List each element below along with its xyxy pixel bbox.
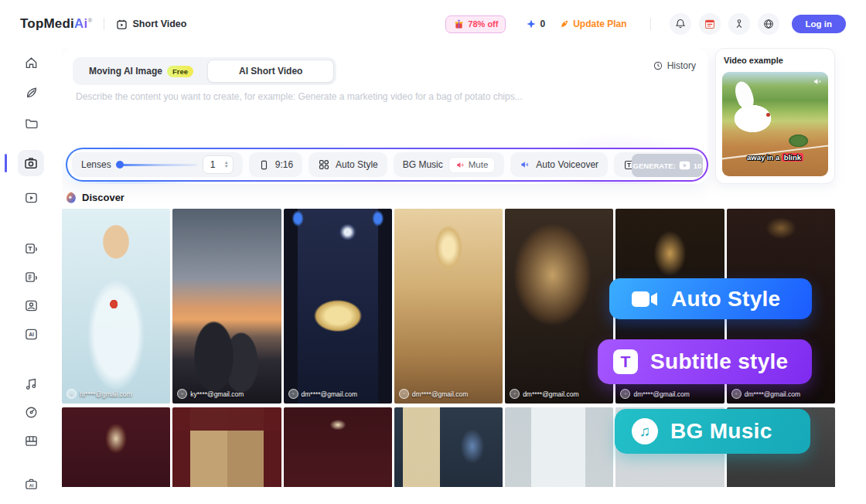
folder-icon[interactable] bbox=[19, 111, 43, 135]
sparkle-icon bbox=[526, 19, 537, 29]
app-label: Short Video bbox=[115, 18, 187, 31]
home-icon[interactable] bbox=[19, 51, 43, 74]
tab-moving-ai-image[interactable]: Moving AI Image Free bbox=[75, 60, 207, 83]
video-tile[interactable]: ◦ht****@gmail.com bbox=[62, 209, 170, 404]
auto-voiceover-button[interactable]: Auto Voiceover bbox=[510, 152, 608, 177]
avatar: ◦ bbox=[288, 389, 298, 399]
calendar-icon[interactable] bbox=[699, 13, 721, 35]
aspect-ratio-button[interactable]: 9:16 bbox=[249, 152, 302, 177]
avatar: ◦ bbox=[620, 389, 630, 399]
update-plan-link[interactable]: Update Plan bbox=[559, 19, 626, 29]
creator-email: ◦dm****@gmail.com bbox=[620, 389, 689, 399]
tab-ai-short-video[interactable]: AI Short Video bbox=[207, 60, 334, 83]
style-grid-icon bbox=[318, 158, 330, 171]
rabbit-figure bbox=[726, 99, 779, 138]
music-note-icon: ♫ bbox=[632, 418, 658, 444]
caption-highlight: blink bbox=[782, 153, 803, 162]
slider-knob[interactable] bbox=[116, 161, 124, 169]
short-video-icon bbox=[115, 18, 128, 31]
voiceover-speaker-icon bbox=[520, 159, 530, 170]
stepper-arrows-icon[interactable]: ▲▼ bbox=[224, 161, 229, 169]
lenses-control[interactable]: Lenses 1 ▲▼ bbox=[72, 152, 243, 177]
video-tile[interactable] bbox=[394, 407, 503, 487]
creator-email: ◦ht****@gmail.com bbox=[66, 389, 132, 399]
composer-card: Moving AI Image Free AI Short Video Hist… bbox=[62, 48, 708, 184]
subtitle-t-icon: T bbox=[613, 349, 638, 374]
avatar: ◦ bbox=[177, 389, 187, 399]
creator-email: ◦dm****@gmail.com bbox=[510, 389, 578, 399]
svg-text:AI: AI bbox=[29, 482, 33, 487]
divider bbox=[650, 18, 651, 30]
auto-style-button[interactable]: Auto Style bbox=[309, 152, 387, 177]
creator-email: ◦ky****@gmail.com bbox=[177, 389, 244, 399]
avatar: ◦ bbox=[731, 389, 742, 399]
video-tile[interactable] bbox=[505, 407, 613, 487]
discover-paint-icon bbox=[65, 191, 77, 203]
creator-email: ◦dm****@gmail.com bbox=[731, 389, 800, 399]
creator-email: ◦dm****@gmail.com bbox=[399, 389, 468, 399]
login-button[interactable]: Log in bbox=[792, 15, 847, 33]
affiliate-icon[interactable] bbox=[728, 13, 750, 35]
video-tile[interactable] bbox=[284, 407, 392, 487]
left-sidebar: AI AI bbox=[0, 48, 62, 504]
credits-counter[interactable]: 0 bbox=[526, 19, 545, 29]
music-icon[interactable] bbox=[19, 372, 43, 395]
logo-text: TopMedi bbox=[20, 16, 74, 32]
history-clock-icon bbox=[653, 60, 663, 71]
lenses-slider[interactable] bbox=[117, 164, 197, 166]
subtitle-style-callout: T Subtitle style bbox=[598, 339, 812, 384]
globe-icon[interactable] bbox=[758, 13, 779, 35]
brand-logo[interactable]: TopMediAi® bbox=[20, 16, 93, 32]
voiceover-icon[interactable] bbox=[19, 265, 43, 288]
video-example-title: Video example bbox=[724, 56, 834, 65]
rocket-icon bbox=[559, 19, 570, 29]
avatar: ◦ bbox=[66, 389, 77, 399]
top-bar: TopMediAi® Short Video 78% off 0 bbox=[0, 0, 866, 48]
video-example-player[interactable]: away in a blink bbox=[722, 72, 828, 176]
free-badge: Free bbox=[167, 66, 193, 77]
divider bbox=[104, 18, 104, 30]
prompt-input[interactable]: Describe the content you want to create,… bbox=[76, 91, 615, 102]
example-mute-icon[interactable] bbox=[813, 77, 823, 87]
gift-icon bbox=[453, 19, 465, 30]
video-credits-icon bbox=[679, 161, 690, 170]
ai-box-icon[interactable]: AI bbox=[19, 322, 43, 346]
avatar: ◦ bbox=[399, 389, 409, 399]
bg-music-button[interactable]: BG Music Mute bbox=[394, 152, 505, 177]
generate-button[interactable]: GENERATE: 10 bbox=[632, 154, 703, 177]
notification-bell-icon[interactable] bbox=[670, 13, 691, 35]
video-tile[interactable] bbox=[62, 407, 170, 487]
bg-music-callout: ♫ BG Music bbox=[615, 409, 810, 454]
ai-avatar-icon[interactable] bbox=[19, 294, 43, 317]
promo-discount-badge[interactable]: 78% off bbox=[445, 15, 506, 33]
svg-text:AI: AI bbox=[29, 331, 34, 336]
video-example-card: Video example away in a blink bbox=[715, 48, 835, 184]
short-video-icon[interactable] bbox=[18, 150, 44, 176]
avatar: ◦ bbox=[510, 389, 520, 399]
video-tile[interactable]: ◦dm****@gmail.com bbox=[284, 209, 392, 404]
video-tile[interactable]: ◦ky****@gmail.com bbox=[172, 209, 281, 404]
leaf-icon[interactable] bbox=[19, 81, 43, 104]
video-camera-icon bbox=[631, 289, 659, 309]
discover-header: Discover bbox=[65, 191, 124, 203]
lenses-stepper[interactable]: 1 ▲▼ bbox=[203, 155, 234, 174]
video-tile[interactable]: ◦dm****@gmail.com bbox=[394, 209, 503, 404]
disc-icon[interactable] bbox=[19, 400, 43, 424]
video-tile[interactable] bbox=[172, 407, 281, 487]
phone-portrait-icon bbox=[258, 159, 270, 171]
mute-toggle[interactable]: Mute bbox=[448, 157, 496, 173]
auto-style-callout: Auto Style bbox=[609, 278, 812, 319]
generation-toolbar: Lenses 1 ▲▼ 9:16 Auto Style B bbox=[66, 148, 708, 182]
mute-speaker-icon bbox=[455, 160, 465, 170]
video-caption: away in a blink bbox=[722, 153, 828, 162]
history-button[interactable]: History bbox=[653, 60, 696, 71]
text-to-speech-icon[interactable] bbox=[19, 237, 43, 260]
ai-briefcase-icon[interactable]: AI bbox=[19, 472, 43, 495]
video-clip-icon[interactable] bbox=[19, 186, 43, 209]
piano-icon[interactable] bbox=[19, 429, 43, 452]
creator-email: ◦dm****@gmail.com bbox=[288, 389, 357, 399]
mode-tabs: Moving AI Image Free AI Short Video bbox=[73, 57, 336, 85]
